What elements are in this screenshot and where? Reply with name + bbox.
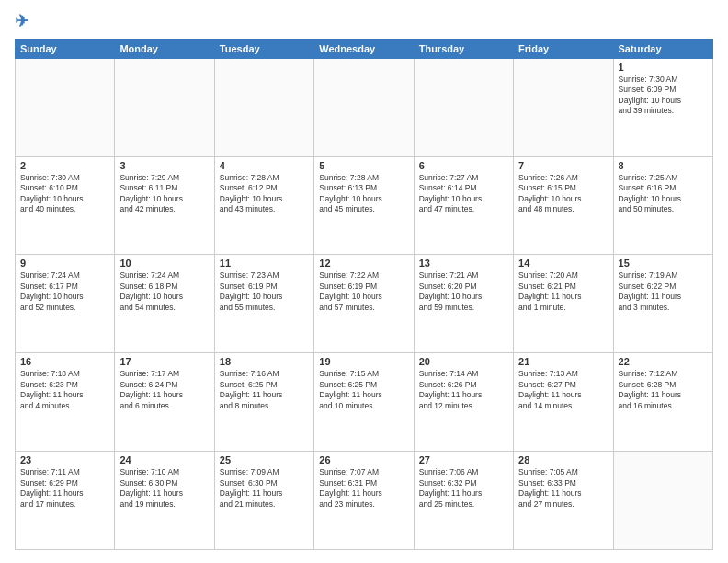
day-info: Sunrise: 7:15 AMSunset: 6:25 PMDaylight:… — [319, 369, 408, 411]
day-number: 18 — [220, 356, 309, 367]
weekday-header-monday: Monday — [115, 39, 214, 58]
page: ✈ SundayMondayTuesdayWednesdayThursdayFr… — [0, 0, 728, 563]
calendar-cell — [16, 58, 115, 156]
day-number: 3 — [119, 160, 209, 171]
day-info: Sunrise: 7:17 AMSunset: 6:24 PMDaylight:… — [119, 369, 209, 411]
day-number: 8 — [619, 160, 708, 171]
day-info: Sunrise: 7:29 AMSunset: 6:11 PMDaylight:… — [119, 173, 209, 215]
weekday-header-saturday: Saturday — [613, 39, 712, 58]
day-info: Sunrise: 7:22 AMSunset: 6:19 PMDaylight:… — [319, 270, 408, 313]
calendar-cell: 10Sunrise: 7:24 AMSunset: 6:18 PMDayligh… — [115, 255, 214, 353]
calendar-cell: 4Sunrise: 7:28 AMSunset: 6:12 PMDaylight… — [214, 156, 313, 255]
day-number: 27 — [419, 454, 508, 465]
calendar-cell: 23Sunrise: 7:11 AMSunset: 6:29 PMDayligh… — [16, 452, 115, 550]
calendar-header: SundayMondayTuesdayWednesdayThursdayFrid… — [16, 39, 713, 58]
day-number: 20 — [419, 356, 508, 367]
day-info: Sunrise: 7:28 AMSunset: 6:12 PMDaylight:… — [220, 173, 309, 215]
day-number: 2 — [20, 160, 109, 171]
calendar-cell — [514, 58, 613, 156]
day-info: Sunrise: 7:30 AMSunset: 6:10 PMDaylight:… — [20, 173, 109, 215]
day-number: 5 — [319, 160, 408, 171]
day-info: Sunrise: 7:16 AMSunset: 6:25 PMDaylight:… — [220, 369, 309, 411]
day-number: 14 — [518, 258, 608, 269]
header: ✈ — [15, 13, 713, 31]
calendar-cell: 20Sunrise: 7:14 AMSunset: 6:26 PMDayligh… — [414, 353, 513, 452]
day-info: Sunrise: 7:30 AMSunset: 6:09 PMDaylight:… — [619, 75, 708, 117]
calendar-cell: 6Sunrise: 7:27 AMSunset: 6:14 PMDaylight… — [414, 156, 513, 255]
day-number: 12 — [319, 258, 408, 269]
calendar-week-1: 1Sunrise: 7:30 AMSunset: 6:09 PMDaylight… — [16, 58, 713, 156]
day-info: Sunrise: 7:18 AMSunset: 6:23 PMDaylight:… — [20, 369, 109, 411]
day-info: Sunrise: 7:05 AMSunset: 6:33 PMDaylight:… — [518, 467, 608, 510]
calendar-cell — [115, 58, 214, 156]
calendar-cell: 15Sunrise: 7:19 AMSunset: 6:22 PMDayligh… — [613, 255, 712, 353]
weekday-header-wednesday: Wednesday — [314, 39, 414, 58]
day-number: 7 — [518, 160, 608, 171]
weekday-row: SundayMondayTuesdayWednesdayThursdayFrid… — [16, 39, 713, 58]
day-number: 17 — [119, 356, 209, 367]
calendar-week-5: 23Sunrise: 7:11 AMSunset: 6:29 PMDayligh… — [16, 452, 713, 550]
day-number: 21 — [518, 356, 608, 367]
day-info: Sunrise: 7:11 AMSunset: 6:29 PMDaylight:… — [20, 467, 109, 510]
calendar-cell: 8Sunrise: 7:25 AMSunset: 6:16 PMDaylight… — [613, 156, 712, 255]
logo-icon: ✈ — [15, 12, 28, 30]
day-number: 16 — [20, 356, 109, 367]
day-number: 23 — [20, 454, 109, 465]
calendar-cell: 13Sunrise: 7:21 AMSunset: 6:20 PMDayligh… — [414, 255, 513, 353]
day-info: Sunrise: 7:13 AMSunset: 6:27 PMDaylight:… — [518, 369, 608, 411]
day-info: Sunrise: 7:20 AMSunset: 6:21 PMDaylight:… — [518, 270, 608, 313]
day-number: 24 — [119, 454, 209, 465]
day-number: 19 — [319, 356, 408, 367]
weekday-header-thursday: Thursday — [414, 39, 513, 58]
calendar-cell: 12Sunrise: 7:22 AMSunset: 6:19 PMDayligh… — [314, 255, 414, 353]
calendar-cell: 19Sunrise: 7:15 AMSunset: 6:25 PMDayligh… — [314, 353, 414, 452]
day-number: 1 — [619, 62, 708, 73]
calendar-cell: 28Sunrise: 7:05 AMSunset: 6:33 PMDayligh… — [514, 452, 613, 550]
day-info: Sunrise: 7:19 AMSunset: 6:22 PMDaylight:… — [619, 270, 708, 313]
calendar-week-2: 2Sunrise: 7:30 AMSunset: 6:10 PMDaylight… — [16, 156, 713, 255]
calendar-cell: 24Sunrise: 7:10 AMSunset: 6:30 PMDayligh… — [115, 452, 214, 550]
logo-text: ✈ — [15, 13, 28, 31]
calendar-cell: 2Sunrise: 7:30 AMSunset: 6:10 PMDaylight… — [16, 156, 115, 255]
day-info: Sunrise: 7:27 AMSunset: 6:14 PMDaylight:… — [419, 173, 508, 215]
day-info: Sunrise: 7:24 AMSunset: 6:18 PMDaylight:… — [119, 270, 209, 313]
calendar-cell — [214, 58, 313, 156]
day-number: 4 — [220, 160, 309, 171]
day-info: Sunrise: 7:07 AMSunset: 6:31 PMDaylight:… — [319, 467, 408, 510]
calendar-cell: 16Sunrise: 7:18 AMSunset: 6:23 PMDayligh… — [16, 353, 115, 452]
day-info: Sunrise: 7:12 AMSunset: 6:28 PMDaylight:… — [619, 369, 708, 411]
day-info: Sunrise: 7:24 AMSunset: 6:17 PMDaylight:… — [20, 270, 109, 313]
weekday-header-tuesday: Tuesday — [214, 39, 313, 58]
calendar-cell: 5Sunrise: 7:28 AMSunset: 6:13 PMDaylight… — [314, 156, 414, 255]
day-number: 10 — [119, 258, 209, 269]
calendar-cell: 25Sunrise: 7:09 AMSunset: 6:30 PMDayligh… — [214, 452, 313, 550]
calendar-cell: 17Sunrise: 7:17 AMSunset: 6:24 PMDayligh… — [115, 353, 214, 452]
day-number: 28 — [518, 454, 608, 465]
day-number: 25 — [220, 454, 309, 465]
day-info: Sunrise: 7:23 AMSunset: 6:19 PMDaylight:… — [220, 270, 309, 313]
calendar-cell — [414, 58, 513, 156]
day-number: 15 — [619, 258, 708, 269]
day-number: 26 — [319, 454, 408, 465]
day-info: Sunrise: 7:21 AMSunset: 6:20 PMDaylight:… — [419, 270, 508, 313]
day-info: Sunrise: 7:25 AMSunset: 6:16 PMDaylight:… — [619, 173, 708, 215]
day-number: 13 — [419, 258, 508, 269]
day-number: 22 — [619, 356, 708, 367]
calendar-cell: 21Sunrise: 7:13 AMSunset: 6:27 PMDayligh… — [514, 353, 613, 452]
calendar-cell: 26Sunrise: 7:07 AMSunset: 6:31 PMDayligh… — [314, 452, 414, 550]
calendar-cell: 1Sunrise: 7:30 AMSunset: 6:09 PMDaylight… — [613, 58, 712, 156]
day-info: Sunrise: 7:28 AMSunset: 6:13 PMDaylight:… — [319, 173, 408, 215]
day-number: 11 — [220, 258, 309, 269]
calendar-cell: 11Sunrise: 7:23 AMSunset: 6:19 PMDayligh… — [214, 255, 313, 353]
day-info: Sunrise: 7:09 AMSunset: 6:30 PMDaylight:… — [220, 467, 309, 510]
calendar-cell: 3Sunrise: 7:29 AMSunset: 6:11 PMDaylight… — [115, 156, 214, 255]
calendar-table: SundayMondayTuesdayWednesdayThursdayFrid… — [15, 39, 713, 550]
day-info: Sunrise: 7:14 AMSunset: 6:26 PMDaylight:… — [419, 369, 508, 411]
calendar-cell: 9Sunrise: 7:24 AMSunset: 6:17 PMDaylight… — [16, 255, 115, 353]
calendar-cell: 7Sunrise: 7:26 AMSunset: 6:15 PMDaylight… — [514, 156, 613, 255]
logo: ✈ — [15, 13, 28, 31]
calendar-cell — [314, 58, 414, 156]
calendar-cell: 14Sunrise: 7:20 AMSunset: 6:21 PMDayligh… — [514, 255, 613, 353]
calendar-cell: 22Sunrise: 7:12 AMSunset: 6:28 PMDayligh… — [613, 353, 712, 452]
calendar-week-4: 16Sunrise: 7:18 AMSunset: 6:23 PMDayligh… — [16, 353, 713, 452]
